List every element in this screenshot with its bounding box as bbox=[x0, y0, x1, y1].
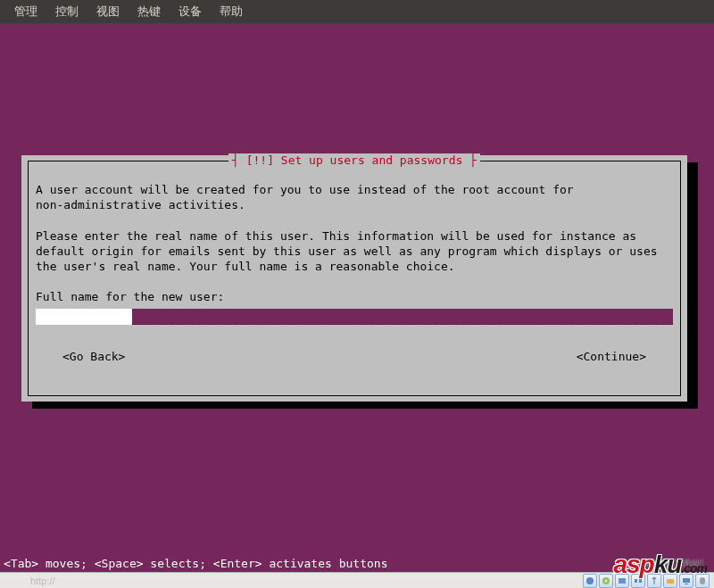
tray-cd-icon[interactable] bbox=[599, 574, 613, 588]
dialog-paragraph-2: Please enter the real name of this user.… bbox=[36, 229, 673, 275]
svg-rect-4 bbox=[635, 579, 637, 583]
svg-point-0 bbox=[586, 577, 594, 584]
dialog-paragraph-1: A user account will be created for you t… bbox=[36, 183, 673, 213]
menu-view[interactable]: 视图 bbox=[87, 0, 129, 23]
input-underline bbox=[132, 309, 673, 325]
tray-mouse-icon[interactable] bbox=[695, 574, 710, 588]
svg-rect-6 bbox=[667, 579, 674, 584]
menu-hotkey[interactable]: 热键 bbox=[129, 0, 170, 23]
installer-dialog: ┤ [!!] Set up users and passwords ├ A us… bbox=[21, 155, 687, 402]
fullname-input[interactable] bbox=[36, 309, 132, 325]
tray-display-icon[interactable] bbox=[679, 574, 693, 588]
svg-rect-3 bbox=[619, 578, 626, 584]
fullname-input-row[interactable] bbox=[36, 309, 673, 325]
menu-control[interactable]: 控制 bbox=[46, 0, 87, 23]
go-back-button[interactable]: <Go Back> bbox=[62, 350, 125, 363]
dialog-button-row: <Go Back> <Continue> bbox=[36, 350, 673, 363]
host-taskbar: http:// bbox=[0, 572, 714, 588]
dialog-title-text: [!!] Set up users and passwords bbox=[246, 153, 463, 167]
menu-help[interactable]: 帮助 bbox=[211, 0, 252, 23]
continue-button[interactable]: <Continue> bbox=[577, 350, 646, 363]
tray-shared-icon[interactable] bbox=[663, 574, 677, 588]
svg-rect-7 bbox=[683, 578, 690, 583]
vm-menubar: 管理 控制 视图 热键 设备 帮助 bbox=[0, 0, 714, 23]
svg-point-2 bbox=[605, 579, 607, 581]
menu-device[interactable]: 设备 bbox=[170, 0, 211, 23]
dialog-prompt: Full name for the new user: bbox=[36, 290, 673, 305]
tray-disk2-icon[interactable] bbox=[615, 574, 629, 588]
menu-manage[interactable]: 管理 bbox=[5, 0, 46, 23]
tray-network-icon[interactable] bbox=[631, 574, 645, 588]
taskbar-url-hint: http:// bbox=[30, 576, 55, 586]
svg-rect-8 bbox=[685, 584, 688, 584]
dialog-title: ┤ [!!] Set up users and passwords ├ bbox=[228, 153, 480, 167]
svg-rect-5 bbox=[639, 579, 642, 583]
installer-help-line: <Tab> moves; <Space> selects; <Enter> ac… bbox=[4, 557, 387, 570]
tray-disk-icon[interactable] bbox=[583, 574, 597, 588]
dialog-border: ┤ [!!] Set up users and passwords ├ A us… bbox=[28, 161, 681, 396]
tray-usb-icon[interactable] bbox=[647, 574, 661, 588]
